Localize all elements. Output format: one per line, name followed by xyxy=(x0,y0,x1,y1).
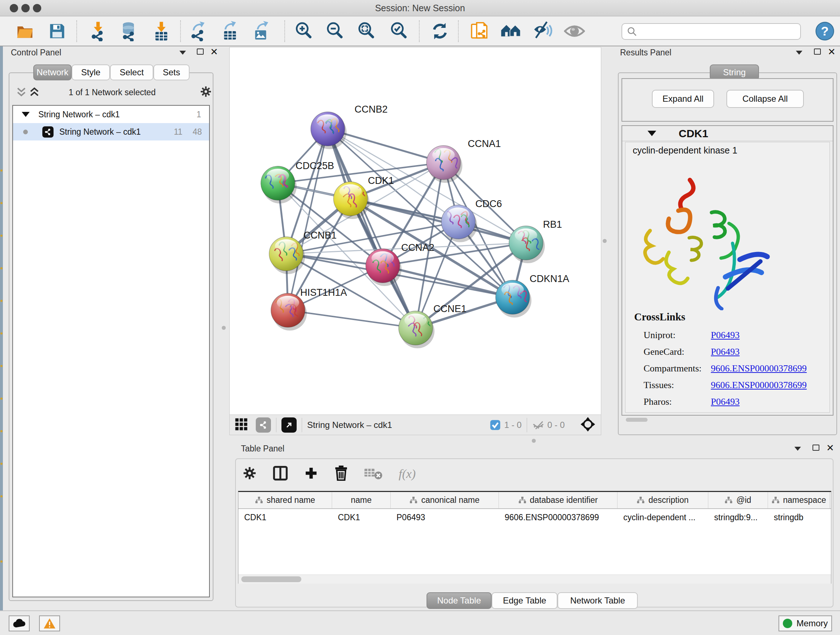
tab-network[interactable]: Network xyxy=(33,65,72,80)
network-options-button[interactable] xyxy=(200,86,212,99)
column-header--id[interactable]: @id xyxy=(708,492,768,508)
table-settings-button[interactable] xyxy=(242,466,257,482)
table-hscrollbar-thumb[interactable] xyxy=(241,576,302,582)
tab-sets[interactable]: Sets xyxy=(153,65,189,80)
network-canvas-svg[interactable]: CCNB2CCNA1CDC25BCDK1CDC6RB1CCNB1CCNA2CDK… xyxy=(230,48,601,415)
show-columns-button[interactable] xyxy=(273,466,288,482)
tab-network-table[interactable]: Network Table xyxy=(557,592,638,609)
export-network-button[interactable] xyxy=(187,19,210,43)
table-panel-close-icon[interactable]: ✕ xyxy=(826,443,834,453)
uniprot-link[interactable]: P06493 xyxy=(711,330,739,340)
export-table-button[interactable] xyxy=(219,19,242,43)
network-tree-child-row[interactable]: String Network – cdk1 11 48 xyxy=(13,123,209,141)
clear-table-button[interactable] xyxy=(364,466,383,481)
network-node-cdk1[interactable] xyxy=(333,182,369,219)
control-panel-close-icon[interactable]: ✕ xyxy=(210,47,218,57)
import-table-file-button[interactable] xyxy=(150,19,173,43)
column-header-canonical-name[interactable]: canonical name xyxy=(391,492,499,508)
show-all-button[interactable] xyxy=(563,19,586,43)
column-header-namespace[interactable]: namespace xyxy=(768,492,830,508)
expand-all-button[interactable]: Expand All xyxy=(652,90,714,108)
network-canvas[interactable]: CCNB2CCNA1CDC25BCDK1CDC6RB1CCNB1CCNA2CDK… xyxy=(229,47,601,415)
memory-status-icon xyxy=(783,619,792,628)
network-node-rb1[interactable] xyxy=(509,226,545,263)
zoom-selected-button[interactable] xyxy=(387,19,411,43)
delete-column-button[interactable] xyxy=(334,466,348,482)
zoom-selected-icon xyxy=(389,21,409,41)
collapse-all-button[interactable]: Collapse All xyxy=(726,90,804,108)
memory-button[interactable]: Memory xyxy=(778,616,832,631)
table-hscrollbar[interactable] xyxy=(238,575,831,584)
warning-status-button[interactable] xyxy=(39,616,60,631)
collapse-triangle-icon[interactable] xyxy=(647,131,656,136)
column-header-description[interactable]: description xyxy=(617,492,708,508)
tab-style[interactable]: Style xyxy=(72,65,110,80)
control-panel-menu-icon[interactable] xyxy=(180,51,186,55)
import-network-icon xyxy=(88,21,108,41)
table-cell[interactable]: stringdb:9... xyxy=(708,509,768,526)
table-cell[interactable]: CDK1 xyxy=(238,509,332,526)
network-node-hist1h1a[interactable] xyxy=(271,293,307,331)
table-cell[interactable]: 9606.ENSP00000378699 xyxy=(499,509,617,526)
open-in-new-window-button[interactable] xyxy=(281,417,297,432)
compartments-link[interactable]: 9606.ENSP00000378699 xyxy=(711,363,807,374)
results-panel-float-icon[interactable] xyxy=(814,49,821,55)
tree-expand-triangle-icon[interactable] xyxy=(22,112,30,117)
function-builder-button[interactable]: f(x) xyxy=(399,467,416,481)
table-cell[interactable]: stringdb xyxy=(768,509,830,526)
table-panel: Table Panel ✕ f(x) shared namenamec xyxy=(229,441,834,610)
left-splitter-handle[interactable] xyxy=(222,326,226,330)
clone-network-button[interactable] xyxy=(469,19,492,43)
results-hscrollbar-thumb[interactable] xyxy=(626,418,647,422)
zoom-in-button[interactable] xyxy=(292,19,316,43)
right-splitter-handle[interactable] xyxy=(603,239,607,243)
tab-select[interactable]: Select xyxy=(110,65,153,80)
column-header-database-identifier[interactable]: database identifier xyxy=(499,492,617,508)
column-header-name[interactable]: name xyxy=(332,492,391,508)
search-input[interactable] xyxy=(622,23,801,40)
control-panel-float-icon[interactable] xyxy=(197,49,204,55)
export-image-button[interactable] xyxy=(250,19,273,43)
memory-label: Memory xyxy=(797,618,828,629)
help-button[interactable]: ? xyxy=(813,19,836,43)
column-header-shared-name[interactable]: shared name xyxy=(238,492,332,508)
apply-layout-button[interactable] xyxy=(428,19,452,43)
import-table-icon xyxy=(151,21,172,41)
table-panel-float-icon[interactable] xyxy=(813,445,819,451)
network-node-cdc25b[interactable] xyxy=(261,166,297,203)
genecard-link[interactable]: P06493 xyxy=(711,347,739,357)
tab-node-table[interactable]: Node Table xyxy=(426,592,492,609)
open-session-button[interactable] xyxy=(14,19,37,43)
table-panel-menu-icon[interactable] xyxy=(794,447,801,451)
network-node-ccna1[interactable] xyxy=(426,146,462,183)
protein-card-header[interactable]: CDK1 xyxy=(622,126,833,141)
import-network-database-button[interactable] xyxy=(117,19,140,43)
network-node-cdkn1a[interactable] xyxy=(496,280,531,318)
import-network-file-button[interactable] xyxy=(87,19,110,43)
string-settings-button[interactable] xyxy=(256,417,271,432)
table-cell[interactable]: CDK1 xyxy=(332,509,391,526)
zoom-out-button[interactable] xyxy=(324,19,347,43)
birdseye-view-button[interactable] xyxy=(235,418,248,432)
hide-selected-button[interactable] xyxy=(531,19,554,43)
tab-edge-table[interactable]: Edge Table xyxy=(492,592,557,609)
pharos-link[interactable]: P06493 xyxy=(711,396,739,407)
eye-icon xyxy=(564,21,585,42)
results-panel-menu-icon[interactable] xyxy=(796,51,802,55)
table-cell[interactable]: P06493 xyxy=(391,509,499,526)
table-row[interactable]: CDK1CDK1P064939606.ENSP00000378699cyclin… xyxy=(238,509,831,526)
node-count: 11 xyxy=(174,127,183,137)
table-cell[interactable]: cyclin-dependent ... xyxy=(617,509,708,526)
fit-selected-button[interactable] xyxy=(581,417,595,433)
add-column-button[interactable] xyxy=(304,466,318,482)
zoom-fit-button[interactable] xyxy=(355,19,378,43)
checkbox-icon[interactable] xyxy=(490,420,501,431)
network-node-ccnb2[interactable] xyxy=(311,112,347,149)
network-tree-root-row[interactable]: String Network – cdk1 1 xyxy=(13,106,209,123)
cloud-status-button[interactable] xyxy=(9,616,30,631)
results-panel-close-icon[interactable]: ✕ xyxy=(828,47,836,57)
network-view-title: String Network – cdk1 xyxy=(307,420,392,430)
home-button[interactable] xyxy=(499,19,523,43)
save-session-button[interactable] xyxy=(46,19,69,43)
tissues-link[interactable]: 9606.ENSP00000378699 xyxy=(711,380,807,390)
